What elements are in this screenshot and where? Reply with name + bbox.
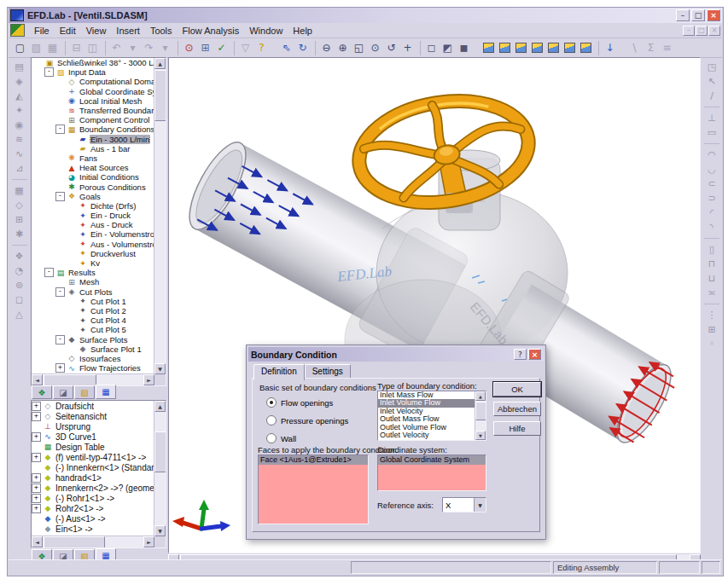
type-option[interactable]: Outlet Velocity (378, 431, 486, 439)
right-strip-tool-button[interactable]: ⊞ (703, 322, 721, 337)
tree-item[interactable]: ✦ Ein - Volumenstrom (32, 229, 154, 239)
expander-icon[interactable]: - (55, 287, 65, 297)
tree-item[interactable]: ✦ Aus - Volumenstrom (32, 240, 154, 249)
toolbar-button-view-bottom[interactable] (562, 40, 578, 56)
expander-icon[interactable] (55, 182, 65, 192)
left-strip-tool-button[interactable]: ≋ (10, 132, 28, 147)
expander-icon[interactable] (67, 325, 76, 334)
tree-item[interactable]: + ◆ (-) Rohr1<1> -> (32, 493, 154, 503)
toolbar-button-shaded[interactable]: ◼ (456, 40, 472, 56)
window-button-minimize[interactable]: – (676, 9, 690, 21)
toolbar-button-view-left[interactable] (513, 40, 529, 56)
left-strip-tool-button[interactable]: ◇ (10, 198, 28, 212)
toolbar-button-grid[interactable]: ⊞ (197, 40, 213, 56)
panel-tab-configurationmanager[interactable]: ▧ (74, 385, 95, 399)
expander-icon[interactable] (67, 211, 76, 220)
tree-item[interactable]: ≋ Transferred Boundary Conditions (32, 106, 154, 115)
toolbar-button-design-table[interactable]: ≡ (659, 40, 675, 56)
toolbar-button-open[interactable]: ▨ (28, 40, 44, 56)
expander-icon[interactable] (55, 153, 65, 163)
tree-item[interactable]: ◆ Ein<1> -> (32, 524, 154, 534)
expander-icon[interactable]: + (32, 453, 41, 462)
tree-item[interactable]: + ∿ Flow Trajectories (32, 363, 154, 373)
dialog-titlebar-button-close[interactable]: × (528, 349, 541, 360)
radio-option[interactable]: Wall (266, 433, 296, 443)
dialog-button-hilfe[interactable]: Hilfe (493, 421, 541, 436)
dialog-tab[interactable]: Definition (253, 364, 305, 380)
left-strip-tool-button[interactable]: ⊞ (10, 212, 28, 227)
right-strip-tool-button[interactable]: ⊓ (703, 257, 721, 271)
expander-icon[interactable] (67, 240, 76, 249)
panel-tab-efd-analysis-tree[interactable]: ▦ (96, 385, 116, 399)
tree-item[interactable]: ◇ Isosurfaces (32, 354, 154, 363)
tree-item[interactable]: ◉ Local Initial Mesh (32, 96, 154, 106)
expander-icon[interactable] (67, 229, 76, 239)
resize-grip[interactable] (702, 561, 720, 574)
tree-item[interactable]: ▲ Heat Sources (32, 163, 154, 172)
type-list-scrollbar[interactable]: ▲ ▼ (475, 391, 486, 440)
left-strip-tool-button[interactable]: △ (10, 307, 28, 321)
tree-item[interactable]: ❋ Fans (32, 153, 154, 163)
expander-icon[interactable] (55, 354, 65, 363)
expander-icon[interactable] (67, 306, 76, 316)
tree-item[interactable]: ✦ Cut Plot 1 (32, 297, 154, 306)
scroll-down-icon[interactable]: ▼ (475, 431, 486, 440)
expander-icon[interactable] (55, 115, 65, 124)
chevron-down-icon[interactable]: ▼ (474, 498, 486, 512)
scroll-left-icon[interactable]: ◄ (32, 536, 43, 547)
titlebar[interactable]: EFD.Lab - [Ventil.SLDASM] –□× (9, 8, 722, 23)
expander-icon[interactable]: - (55, 192, 65, 201)
expander-icon[interactable]: + (55, 363, 65, 373)
left-strip-tool-button[interactable]: ✦ (10, 103, 28, 118)
window-button-close[interactable]: × (707, 9, 720, 21)
type-listbox[interactable]: Inlet Mass FlowInlet Volume FlowInlet Ve… (377, 391, 486, 441)
expander-icon[interactable] (32, 422, 41, 431)
left-strip-tool-button[interactable]: ◈ (10, 74, 28, 89)
toolbar-button-zoom-previous[interactable]: ⊖ (318, 40, 335, 56)
expander-icon[interactable]: - (44, 67, 54, 77)
right-strip-tool-button[interactable]: ◡ (703, 162, 721, 177)
left-strip-tool-button[interactable]: ⊚ (10, 278, 28, 292)
expander-icon[interactable]: + (32, 483, 41, 493)
tree-item[interactable]: ◆ (-) Innenkern<1> (Standard) (32, 462, 154, 472)
tree2-horizontal-scrollbar[interactable]: ◄ ► (32, 536, 154, 547)
scrollbar-thumb[interactable] (154, 431, 166, 472)
toolbar-button-zoom-to-area[interactable]: ◱ (351, 40, 367, 56)
tree-item[interactable]: + ◆ Innenkern<2> ->? (geometrie-stellgli… (32, 483, 154, 493)
mdi-button-mdi-restore[interactable]: □ (696, 26, 708, 36)
toolbar-button-line[interactable]: \ (626, 40, 643, 56)
tree-item[interactable]: ▰ Aus - 1 bar (32, 144, 154, 153)
expander-icon[interactable] (67, 144, 76, 153)
tree-item[interactable]: ⊥ Ursprung (32, 421, 154, 431)
expander-icon[interactable] (67, 249, 76, 258)
tree-item[interactable]: ✦ Druckverlust (32, 249, 154, 258)
dialog-titlebar[interactable]: Boundary Condition ?× (248, 347, 544, 362)
tree-item[interactable]: + ◇ Draufsicht (32, 401, 154, 411)
tree-item[interactable]: + ◇ Seitenansicht (32, 411, 154, 421)
tree1-vertical-scrollbar[interactable]: ▲ ▼ (154, 58, 166, 374)
expander-icon[interactable]: - (55, 335, 65, 345)
tree-item[interactable]: ◆ (-) Aus<1> -> (32, 513, 154, 524)
left-strip-tool-button[interactable]: ◔ (10, 263, 28, 278)
boundary-condition-dialog[interactable]: Boundary Condition ?× DefinitionSettings… (246, 345, 546, 540)
toolbar-button-rebuild[interactable]: ⊙ (181, 40, 197, 56)
tree-item[interactable]: ◕ Initial Conditions (32, 172, 154, 182)
expander-icon[interactable]: + (32, 402, 41, 411)
expander-icon[interactable]: + (32, 432, 41, 442)
toolbar-button-redo-options[interactable]: ▾ (157, 40, 173, 56)
expander-icon[interactable] (55, 87, 65, 96)
toolbar-button-help[interactable]: ? (253, 40, 270, 56)
toolbar-button-view-isometric[interactable] (578, 40, 594, 56)
left-strip-tool-button[interactable]: ∿ (10, 147, 28, 161)
face-item[interactable]: Face <1Aus-1@Extrude1> (259, 455, 368, 465)
toolbar-button-zoom-in-out[interactable]: ⊙ (367, 40, 383, 56)
tree-item[interactable]: + ◆ (f) ventil-typ-4711<1> -> (32, 452, 154, 462)
menu-item[interactable]: Window (244, 25, 288, 37)
right-strip-tool-button[interactable]: ◦ (703, 337, 721, 351)
tree-item[interactable]: ◆ Surface Plot 1 (32, 345, 154, 354)
expander-icon[interactable] (67, 258, 76, 268)
scroll-down-icon[interactable]: ▼ (154, 525, 166, 536)
left-strip-tool-button[interactable]: ◻ (10, 292, 28, 307)
tree-item[interactable]: ✦ Dichte (Drfs) (32, 201, 154, 211)
radio-option[interactable]: Flow openings (266, 397, 333, 408)
